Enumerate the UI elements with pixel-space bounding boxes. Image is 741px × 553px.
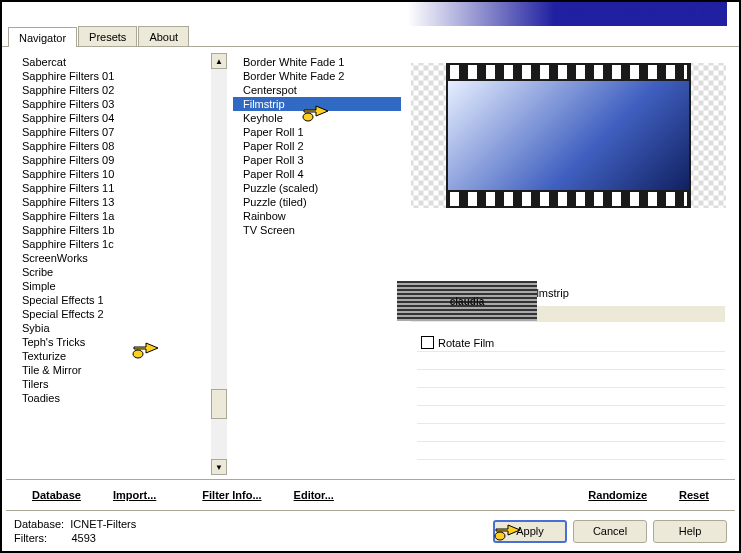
category-item[interactable]: Simple: [12, 279, 211, 293]
status-info: Database: ICNET-Filters Filters: 4593: [14, 517, 136, 545]
randomize-button[interactable]: Randomize: [572, 486, 663, 504]
filter-item[interactable]: Paper Roll 1: [233, 125, 401, 139]
action-buttons: Apply Cancel Help: [493, 520, 727, 543]
category-item[interactable]: Sapphire Filters 01: [12, 69, 211, 83]
rotate-film-row[interactable]: Rotate Film: [417, 334, 725, 351]
filter-item[interactable]: Centerspot: [233, 83, 401, 97]
svg-point-1: [133, 350, 143, 358]
category-item[interactable]: Sapphire Filters 09: [12, 153, 211, 167]
tab-presets[interactable]: Presets: [78, 26, 137, 46]
filter-item[interactable]: TV Screen: [233, 223, 401, 237]
scroll-thumb[interactable]: [211, 389, 227, 419]
category-item[interactable]: Sapphire Filters 1b: [12, 223, 211, 237]
category-panel: SabercatSapphire Filters 01Sapphire Filt…: [12, 53, 227, 475]
main-content: SabercatSapphire Filters 01Sapphire Filt…: [2, 47, 739, 479]
category-item[interactable]: ScreenWorks: [12, 251, 211, 265]
pointer-annotation-icon: [132, 337, 160, 359]
status-bar: Database: ICNET-Filters Filters: 4593 Ap…: [2, 511, 739, 551]
category-item[interactable]: Sapphire Filters 07: [12, 125, 211, 139]
pointer-annotation-icon: [494, 519, 522, 541]
tab-strip: Navigator Presets About: [2, 26, 739, 47]
reset-button[interactable]: Reset: [663, 486, 725, 504]
category-item[interactable]: Tile & Mirror: [12, 363, 211, 377]
filters-count-label: Filters:: [14, 532, 47, 544]
svg-point-2: [495, 532, 505, 540]
transparency-checker: [691, 63, 726, 208]
category-item[interactable]: Sapphire Filters 1c: [12, 237, 211, 251]
filter-properties: Rotate Film: [411, 334, 725, 477]
watermark-logo: claudia: [397, 281, 537, 321]
category-item[interactable]: Sapphire Filters 1a: [12, 209, 211, 223]
filter-item[interactable]: Paper Roll 3: [233, 153, 401, 167]
category-item[interactable]: Tilers: [12, 377, 211, 391]
filter-item[interactable]: Border White Fade 2: [233, 69, 401, 83]
filters-count-value: 4593: [71, 532, 95, 544]
category-item[interactable]: Sapphire Filters 04: [12, 111, 211, 125]
cancel-button[interactable]: Cancel: [573, 520, 647, 543]
filter-info-button[interactable]: Filter Info...: [186, 486, 277, 504]
filter-item[interactable]: Paper Roll 4: [233, 167, 401, 181]
scroll-down-icon[interactable]: ▼: [211, 459, 227, 475]
category-item[interactable]: Special Effects 2: [12, 307, 211, 321]
transparency-checker: [411, 63, 446, 208]
help-button[interactable]: Help: [653, 520, 727, 543]
category-item[interactable]: Sapphire Filters 08: [12, 139, 211, 153]
category-item[interactable]: Teph's Tricks: [12, 335, 211, 349]
import-button[interactable]: Import...: [97, 486, 172, 504]
filter-item[interactable]: Puzzle (tiled): [233, 195, 401, 209]
category-item[interactable]: Special Effects 1: [12, 293, 211, 307]
filmstrip-preview-image: [446, 63, 691, 208]
category-item[interactable]: Sapphire Filters 02: [12, 83, 211, 97]
toolbar: Database Import... Filter Info... Editor…: [6, 479, 735, 511]
editor-button[interactable]: Editor...: [278, 486, 350, 504]
category-item[interactable]: Scribe: [12, 265, 211, 279]
rotate-film-label: Rotate Film: [438, 337, 494, 349]
scroll-up-icon[interactable]: ▲: [211, 53, 227, 69]
category-item[interactable]: Sapphire Filters 10: [12, 167, 211, 181]
app-title: Filters Unlimited 2.0: [557, 5, 709, 23]
category-scrollbar[interactable]: ▲ ▼: [211, 53, 227, 475]
filter-item[interactable]: Rainbow: [233, 209, 401, 223]
category-item[interactable]: Sapphire Filters 13: [12, 195, 211, 209]
title-bar: Filters Unlimited 2.0: [2, 2, 739, 26]
category-item[interactable]: Sabercat: [12, 55, 211, 69]
tab-about[interactable]: About: [138, 26, 189, 46]
filter-item[interactable]: Border White Fade 1: [233, 55, 401, 69]
database-label: Database:: [14, 518, 64, 530]
filter-item[interactable]: Puzzle (scaled): [233, 181, 401, 195]
pointer-annotation-icon: [302, 100, 330, 122]
preview-area: [411, 57, 725, 247]
category-item[interactable]: Sybia: [12, 321, 211, 335]
category-item[interactable]: Sapphire Filters 03: [12, 97, 211, 111]
category-item[interactable]: Sapphire Filters 11: [12, 181, 211, 195]
database-button[interactable]: Database: [16, 486, 97, 504]
database-value: ICNET-Filters: [70, 518, 136, 530]
rotate-film-checkbox[interactable]: [421, 336, 434, 349]
category-item[interactable]: Texturize: [12, 349, 211, 363]
category-list[interactable]: SabercatSapphire Filters 01Sapphire Filt…: [12, 53, 211, 475]
category-item[interactable]: Toadies: [12, 391, 211, 405]
scroll-track[interactable]: [211, 69, 227, 459]
tab-navigator[interactable]: Navigator: [8, 27, 77, 47]
filter-item[interactable]: Paper Roll 2: [233, 139, 401, 153]
svg-point-0: [303, 113, 313, 121]
preview-panel: claudia Filmstrip Rotate Film: [407, 53, 729, 475]
